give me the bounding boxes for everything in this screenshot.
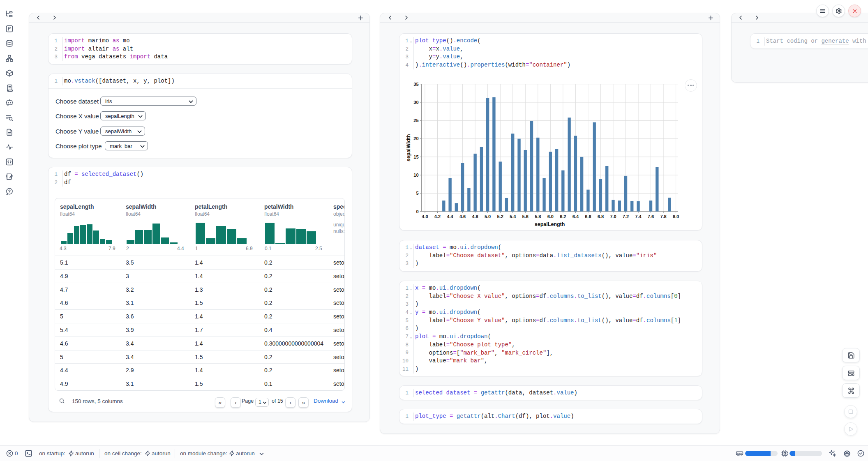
svg-text:7.4: 7.4: [635, 214, 642, 219]
svg-text:5.8: 5.8: [535, 214, 541, 219]
svg-text:7.6: 7.6: [648, 214, 654, 219]
svg-text:5.6: 5.6: [522, 214, 529, 219]
svg-text:5.4: 5.4: [510, 214, 516, 219]
svg-text:4.6: 4.6: [459, 214, 466, 219]
svg-text:8.0: 8.0: [673, 214, 679, 219]
svg-text:10: 10: [413, 173, 418, 177]
svg-text:6.0: 6.0: [547, 214, 554, 219]
svg-text:6.4: 6.4: [573, 214, 579, 219]
svg-text:6.8: 6.8: [598, 214, 604, 219]
svg-text:30: 30: [413, 100, 418, 105]
svg-text:20: 20: [413, 136, 418, 141]
svg-text:25: 25: [413, 118, 418, 123]
svg-text:6.6: 6.6: [585, 214, 591, 219]
svg-text:15: 15: [413, 154, 418, 159]
svg-text:7.2: 7.2: [623, 214, 629, 219]
svg-text:5.0: 5.0: [485, 214, 491, 219]
svg-text:7.0: 7.0: [610, 214, 616, 219]
svg-text:35: 35: [413, 82, 418, 87]
svg-text:sepalLength: sepalLength: [535, 221, 565, 227]
svg-text:5.2: 5.2: [497, 214, 503, 219]
svg-text:sepalWidth: sepalWidth: [406, 134, 411, 161]
svg-text:6.2: 6.2: [560, 214, 566, 219]
svg-text:7.8: 7.8: [660, 214, 666, 219]
svg-text:0: 0: [416, 209, 418, 214]
svg-text:4.2: 4.2: [434, 214, 441, 219]
svg-text:4.8: 4.8: [472, 214, 478, 219]
svg-text:4.0: 4.0: [422, 214, 428, 219]
svg-text:4.4: 4.4: [447, 214, 453, 219]
svg-text:5: 5: [416, 191, 418, 196]
